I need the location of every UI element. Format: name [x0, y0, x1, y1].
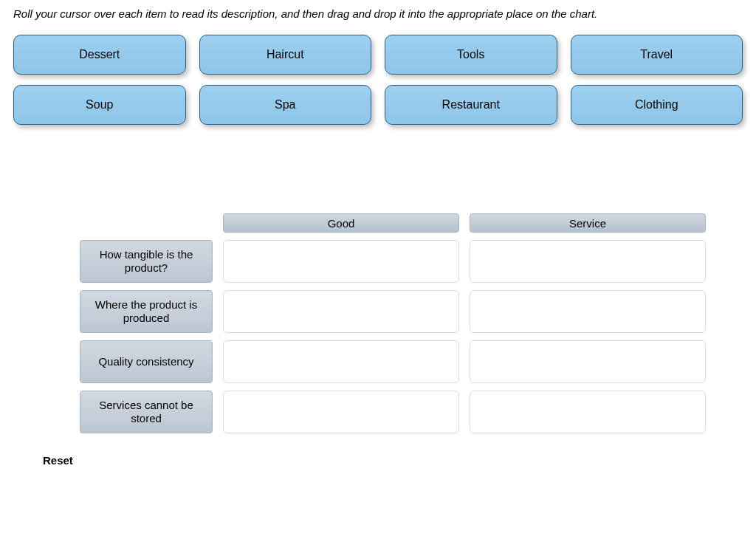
- drop-target[interactable]: [223, 240, 459, 283]
- drop-target[interactable]: [470, 391, 706, 433]
- drop-target[interactable]: [223, 290, 459, 333]
- drop-target[interactable]: [223, 340, 459, 383]
- reset-button[interactable]: Reset: [43, 454, 73, 467]
- row-label: Quality consistency: [80, 340, 213, 383]
- column-header-good: Good: [223, 213, 459, 233]
- instruction-text: Roll your cursor over each item to read …: [13, 7, 743, 20]
- drop-target[interactable]: [470, 290, 706, 333]
- draggable-item[interactable]: Restaurant: [385, 85, 557, 125]
- column-header-service: Service: [470, 213, 706, 233]
- chart-corner-spacer: [80, 213, 213, 233]
- row-label: Where the product is produced: [80, 290, 213, 333]
- drop-target[interactable]: [223, 391, 459, 433]
- row-label: Services cannot be stored: [80, 391, 213, 433]
- draggable-item[interactable]: Tools: [385, 35, 557, 75]
- draggable-item[interactable]: Spa: [199, 85, 372, 125]
- draggable-item[interactable]: Haircut: [199, 35, 372, 75]
- draggable-items-container: Dessert Haircut Tools Travel Soup Spa Re…: [13, 35, 743, 125]
- drop-chart: Good Service How tangible is the product…: [80, 213, 707, 467]
- drop-target[interactable]: [470, 240, 706, 283]
- draggable-item[interactable]: Soup: [13, 85, 186, 125]
- draggable-item[interactable]: Clothing: [571, 85, 743, 125]
- row-label: How tangible is the product?: [80, 240, 213, 283]
- draggable-item[interactable]: Dessert: [13, 35, 186, 75]
- drop-target[interactable]: [470, 340, 706, 383]
- draggable-item[interactable]: Travel: [571, 35, 743, 75]
